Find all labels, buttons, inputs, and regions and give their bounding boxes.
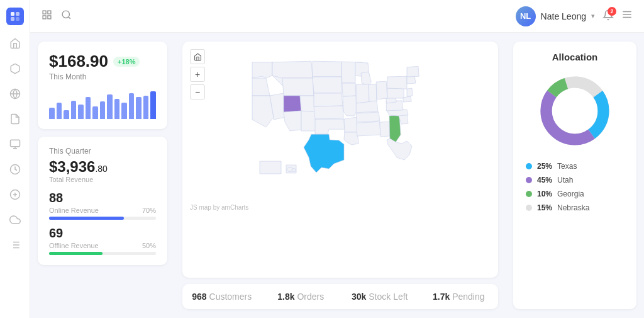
legend-pct-2: 10% [537,190,552,198]
legend-item-0: 25% Texas [526,162,624,171]
map-zoom-in-button[interactable]: + [190,67,205,82]
quarter-label: This Quarter [49,147,156,156]
topbar-search-icon[interactable] [61,9,72,23]
svg-marker-65 [387,88,404,98]
bar-1 [57,103,62,119]
bottom-stat-label: Stock Left [369,292,408,302]
svg-rect-0 [11,12,14,16]
online-progress-bar [49,217,156,220]
svg-rect-1 [16,12,19,16]
bar-0 [49,108,55,119]
map-zoom-out-button[interactable]: − [190,84,205,99]
month-badge: +18% [113,57,140,67]
svg-marker-59 [389,115,401,142]
sidebar [0,0,30,318]
bar-7 [100,101,106,119]
legend-dot-3 [526,205,532,211]
topbar-user[interactable]: NL Nate Leong ▾ [516,6,595,26]
topbar-menu-icon[interactable] [621,9,633,23]
offline-progress-fill [49,252,103,255]
bottom-stat-0: 968 Customers [182,292,262,302]
month-amount: $168.90 [49,52,108,71]
bottom-stat-number: 968 [192,292,206,302]
legend-pct-1: 45% [537,176,552,185]
sidebar-icon-list[interactable] [8,238,22,252]
svg-marker-39 [313,61,341,77]
bottom-stat-label: Pending [452,292,484,302]
center-panel: + − .state { fill: #f0f2f8; stroke: #c8c… [175,33,506,318]
svg-marker-67 [403,96,411,102]
svg-rect-3 [16,17,19,21]
sidebar-icon-clock[interactable] [8,162,22,176]
svg-point-74 [292,169,296,172]
offline-pct: 50% [142,242,156,249]
quarter-total-label: Total Revenue [49,176,156,183]
bar-14 [150,91,156,119]
sidebar-icon-plus[interactable] [8,188,22,202]
svg-marker-56 [356,112,380,122]
svg-marker-48 [344,117,357,132]
svg-marker-28 [252,62,272,78]
bottom-stat-number: 1.8k [277,292,294,302]
main-content: NL Nate Leong ▾ 2 $168.90 +18% This Mont… [30,0,644,318]
svg-rect-21 [43,16,46,19]
svg-marker-47 [343,96,357,116]
right-panel: Allocation [506,33,644,318]
bar-2 [64,110,69,119]
sidebar-icon-cloud[interactable] [8,213,22,227]
svg-marker-54 [376,81,387,99]
topbar-bell[interactable]: 2 [602,9,614,23]
svg-marker-49 [344,132,358,145]
svg-marker-51 [361,72,371,86]
topbar-grid-icon[interactable] [42,9,52,23]
online-pct: 70% [142,207,156,214]
svg-marker-53 [369,84,377,102]
bottom-stat-label: Orders [297,292,324,302]
map-card: + − .state { fill: #f0f2f8; stroke: #c8c… [182,42,498,278]
bottom-stat-number: 1.7k [433,292,450,302]
sidebar-icon-monitor[interactable] [8,137,22,151]
bar-5 [86,97,91,119]
us-map: .state { fill: #f0f2f8; stroke: #c8cfe8;… [219,49,484,200]
offline-number: 69 [49,226,156,241]
map-area: .state { fill: #f0f2f8; stroke: #c8cfe8;… [213,49,491,200]
online-revenue-row: 88 Online Revenue 70% [49,191,156,220]
legend-dot-0 [526,163,532,169]
allocation-card: Allocation [513,42,636,309]
svg-marker-35 [284,96,301,112]
sidebar-icon-home[interactable] [8,37,22,50]
svg-marker-30 [252,96,274,127]
offline-revenue-row: 69 Offline Revenue 50% [49,226,156,255]
quarter-amount: $3,936.80 [49,158,156,176]
bottom-stats-bar: 968 Customers1.8k Orders30k Stock Left1.… [182,284,498,309]
svg-marker-37 [284,111,301,131]
map-home-button[interactable] [190,49,205,64]
online-progress-fill [49,217,124,220]
topbar-username: Nate Leong [541,11,586,21]
legend-dot-2 [526,191,532,197]
svg-marker-70 [407,66,419,77]
svg-marker-68 [407,88,413,96]
online-label: Online Revenue [49,207,99,214]
sidebar-icon-globe[interactable] [8,87,22,101]
legend-label-3: Nebraska [557,203,589,212]
svg-rect-19 [43,11,46,14]
legend-item-1: 45% Utah [526,176,624,185]
svg-marker-34 [282,78,314,96]
legend: 25% Texas 45% Utah 10% Georgia 15% Nebra… [523,162,626,212]
svg-marker-41 [314,93,343,106]
svg-marker-52 [356,84,369,103]
donut-chart [534,70,616,152]
svg-rect-2 [11,17,14,21]
legend-item-3: 15% Nebraska [526,203,624,212]
legend-label-1: Utah [557,176,573,185]
bar-6 [92,106,98,119]
bar-4 [78,105,84,119]
svg-rect-20 [48,11,51,14]
bar-10 [121,103,127,119]
map-credit: JS map by amCharts [190,204,491,211]
sidebar-icon-file[interactable] [8,112,22,126]
sidebar-icon-box[interactable] [8,62,22,76]
allocation-title: Allocation [523,52,626,62]
sidebar-logo[interactable] [6,8,24,25]
